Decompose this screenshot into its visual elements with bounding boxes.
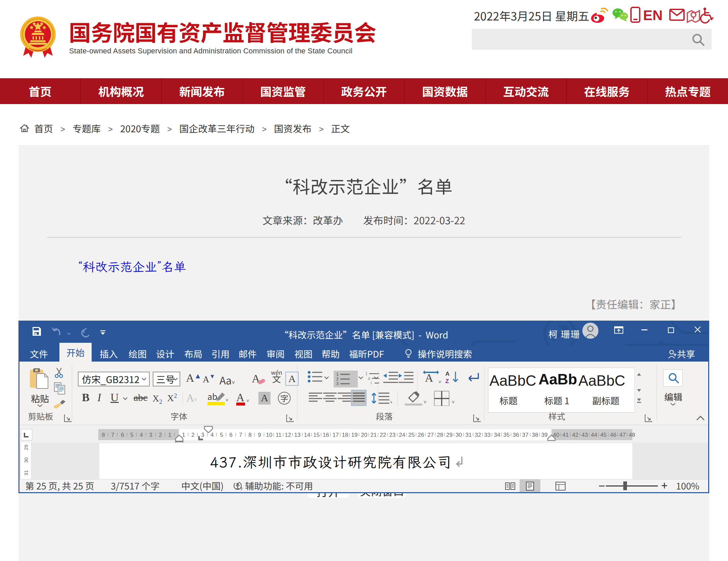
svg-text:Z: Z (445, 378, 449, 384)
svg-text:a: a (368, 375, 370, 381)
svg-text:˅: ˅ (452, 398, 455, 405)
svg-text:ab: ab (207, 391, 217, 402)
svg-text:A: A (236, 391, 244, 404)
svg-text:2: 2 (336, 377, 339, 381)
svg-text:˅: ˅ (226, 396, 229, 403)
svg-text:A: A (445, 371, 449, 377)
svg-text:i: i (371, 379, 372, 385)
svg-text:3: 3 (336, 381, 339, 386)
svg-text:˅: ˅ (246, 397, 249, 404)
svg-text:˅: ˅ (438, 378, 441, 385)
svg-text:˅: ˅ (424, 398, 427, 405)
svg-text:A: A (425, 372, 433, 384)
svg-text:1: 1 (336, 372, 339, 377)
svg-text:EN: EN (643, 7, 663, 23)
svg-text:1: 1 (365, 371, 368, 376)
svg-text:?: ? (240, 485, 243, 491)
svg-text:˅: ˅ (390, 398, 392, 405)
